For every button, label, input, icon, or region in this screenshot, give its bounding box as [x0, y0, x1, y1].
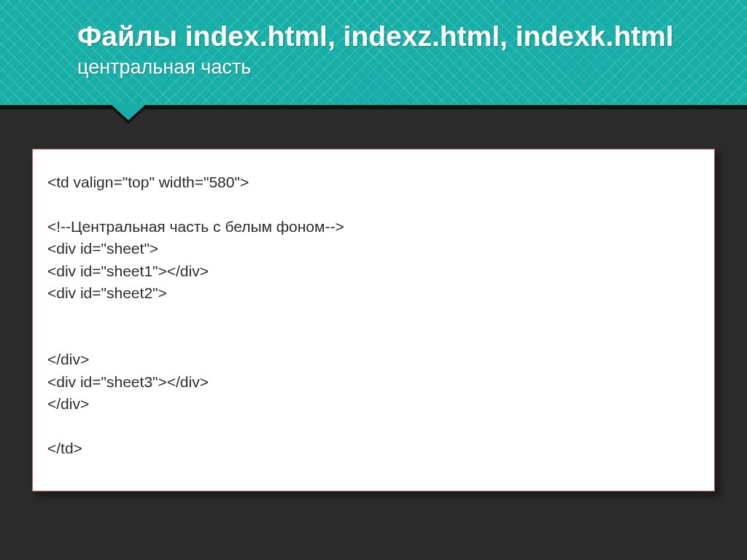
- code-line: <td valign="top" width="580">: [47, 171, 700, 193]
- header-arrow-icon: [108, 105, 149, 124]
- slide-header: Файлы index.html, indexz.html, indexk.ht…: [0, 0, 747, 109]
- code-line: </div>: [47, 393, 700, 415]
- code-line: [47, 416, 700, 438]
- slide-body: <td valign="top" width="580"><!--Централ…: [0, 109, 747, 521]
- code-line: <div id="sheet1"></div>: [47, 260, 700, 282]
- code-line: <div id="sheet3"></div>: [47, 371, 700, 393]
- code-line: [47, 193, 700, 215]
- code-line: </td>: [47, 438, 700, 459]
- code-line: <!--Центральная часть с белым фоном-->: [47, 216, 700, 238]
- code-line: <div id="sheet">: [47, 238, 700, 260]
- slide-subtitle: центральная часть: [77, 56, 712, 79]
- code-line: <div id="sheet2">: [47, 282, 700, 304]
- slide-title: Файлы index.html, indexz.html, indexk.ht…: [77, 20, 712, 53]
- code-line: </div>: [47, 349, 700, 370]
- code-line: [47, 327, 700, 349]
- code-line: [47, 304, 700, 326]
- code-block: <td valign="top" width="580"><!--Централ…: [32, 149, 715, 491]
